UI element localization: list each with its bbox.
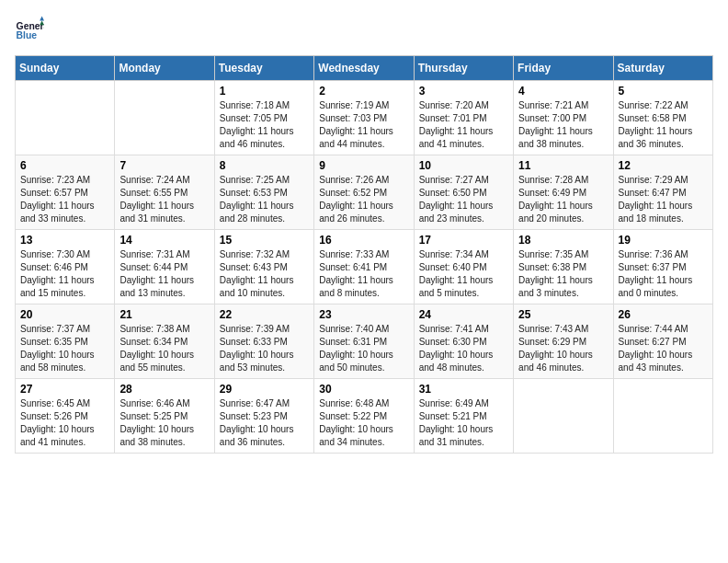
cell-info: Sunrise: 7:21 AMSunset: 7:00 PMDaylight:… <box>518 99 608 151</box>
day-number: 11 <box>518 159 608 172</box>
day-number: 15 <box>220 234 309 247</box>
calendar-cell: 4Sunrise: 7:21 AMSunset: 7:00 PMDaylight… <box>514 81 613 155</box>
calendar-cell: 14Sunrise: 7:31 AMSunset: 6:44 PMDayligh… <box>115 230 214 304</box>
cell-info: Sunrise: 7:26 AMSunset: 6:52 PMDaylight:… <box>319 174 408 225</box>
calendar-cell: 13Sunrise: 7:30 AMSunset: 6:46 PMDayligh… <box>16 230 115 304</box>
day-number: 25 <box>518 308 608 321</box>
calendar-cell: 22Sunrise: 7:39 AMSunset: 6:33 PMDayligh… <box>214 304 313 379</box>
day-number: 12 <box>619 159 708 172</box>
day-number: 28 <box>119 383 209 396</box>
cell-info: Sunrise: 7:43 AMSunset: 6:29 PMDaylight:… <box>518 323 608 374</box>
calendar-cell: 31Sunrise: 6:49 AMSunset: 5:21 PMDayligh… <box>414 379 513 454</box>
cell-info: Sunrise: 7:44 AMSunset: 6:27 PMDaylight:… <box>619 323 708 374</box>
page-header: General Blue <box>15 15 713 44</box>
cell-info: Sunrise: 7:33 AMSunset: 6:41 PMDaylight:… <box>319 248 408 300</box>
calendar-cell: 25Sunrise: 7:43 AMSunset: 6:29 PMDayligh… <box>514 304 613 379</box>
cell-info: Sunrise: 7:19 AMSunset: 7:03 PMDaylight:… <box>319 99 408 151</box>
calendar-cell: 16Sunrise: 7:33 AMSunset: 6:41 PMDayligh… <box>314 230 414 304</box>
cell-info: Sunrise: 7:24 AMSunset: 6:55 PMDaylight:… <box>119 174 209 225</box>
calendar-cell: 23Sunrise: 7:40 AMSunset: 6:31 PMDayligh… <box>314 304 414 379</box>
cell-info: Sunrise: 7:30 AMSunset: 6:46 PMDaylight:… <box>20 248 109 300</box>
day-number: 16 <box>319 234 408 247</box>
calendar-cell: 2Sunrise: 7:19 AMSunset: 7:03 PMDaylight… <box>314 81 414 155</box>
calendar-cell: 18Sunrise: 7:35 AMSunset: 6:38 PMDayligh… <box>514 230 613 304</box>
calendar-cell: 30Sunrise: 6:48 AMSunset: 5:22 PMDayligh… <box>314 379 414 454</box>
day-number: 29 <box>220 383 309 396</box>
logo: General Blue <box>15 15 44 44</box>
calendar-cell: 6Sunrise: 7:23 AMSunset: 6:57 PMDaylight… <box>16 155 115 230</box>
day-number: 5 <box>619 85 708 98</box>
col-header-friday: Friday <box>514 56 613 81</box>
cell-info: Sunrise: 7:18 AMSunset: 7:05 PMDaylight:… <box>220 99 309 151</box>
cell-info: Sunrise: 7:36 AMSunset: 6:37 PMDaylight:… <box>619 248 708 300</box>
cell-info: Sunrise: 7:20 AMSunset: 7:01 PMDaylight:… <box>419 99 508 151</box>
day-number: 3 <box>419 85 508 98</box>
cell-info: Sunrise: 7:25 AMSunset: 6:53 PMDaylight:… <box>220 174 309 225</box>
cell-info: Sunrise: 7:28 AMSunset: 6:49 PMDaylight:… <box>518 174 608 225</box>
calendar-cell: 9Sunrise: 7:26 AMSunset: 6:52 PMDaylight… <box>314 155 414 230</box>
day-number: 22 <box>220 308 309 321</box>
cell-info: Sunrise: 7:23 AMSunset: 6:57 PMDaylight:… <box>20 174 109 225</box>
day-number: 24 <box>419 308 508 321</box>
day-number: 26 <box>619 308 708 321</box>
cell-info: Sunrise: 6:49 AMSunset: 5:21 PMDaylight:… <box>419 397 508 449</box>
day-number: 19 <box>619 234 708 247</box>
cell-info: Sunrise: 7:29 AMSunset: 6:47 PMDaylight:… <box>619 174 708 225</box>
calendar-header-row: SundayMondayTuesdayWednesdayThursdayFrid… <box>16 56 713 81</box>
calendar-cell <box>514 379 613 454</box>
cell-info: Sunrise: 7:32 AMSunset: 6:43 PMDaylight:… <box>220 248 309 300</box>
cell-info: Sunrise: 6:46 AMSunset: 5:25 PMDaylight:… <box>119 397 209 449</box>
calendar-cell: 21Sunrise: 7:38 AMSunset: 6:34 PMDayligh… <box>115 304 214 379</box>
cell-info: Sunrise: 7:35 AMSunset: 6:38 PMDaylight:… <box>518 248 608 300</box>
svg-text:General: General <box>17 21 44 31</box>
cell-info: Sunrise: 6:47 AMSunset: 5:23 PMDaylight:… <box>220 397 309 449</box>
day-number: 27 <box>20 383 109 396</box>
cell-info: Sunrise: 7:38 AMSunset: 6:34 PMDaylight:… <box>119 323 209 374</box>
calendar-cell: 20Sunrise: 7:37 AMSunset: 6:35 PMDayligh… <box>16 304 115 379</box>
calendar-cell: 8Sunrise: 7:25 AMSunset: 6:53 PMDaylight… <box>214 155 313 230</box>
cell-info: Sunrise: 7:22 AMSunset: 6:58 PMDaylight:… <box>619 99 708 151</box>
calendar-cell <box>115 81 214 155</box>
day-number: 7 <box>119 159 209 172</box>
cell-info: Sunrise: 6:45 AMSunset: 5:26 PMDaylight:… <box>20 397 109 449</box>
col-header-wednesday: Wednesday <box>314 56 414 81</box>
cell-info: Sunrise: 7:39 AMSunset: 6:33 PMDaylight:… <box>220 323 309 374</box>
day-number: 21 <box>119 308 209 321</box>
cell-info: Sunrise: 7:27 AMSunset: 6:50 PMDaylight:… <box>419 174 508 225</box>
cell-info: Sunrise: 7:41 AMSunset: 6:30 PMDaylight:… <box>419 323 508 374</box>
day-number: 31 <box>419 383 508 396</box>
calendar-cell: 15Sunrise: 7:32 AMSunset: 6:43 PMDayligh… <box>214 230 313 304</box>
calendar-cell: 28Sunrise: 6:46 AMSunset: 5:25 PMDayligh… <box>115 379 214 454</box>
calendar-cell: 1Sunrise: 7:18 AMSunset: 7:05 PMDaylight… <box>214 81 313 155</box>
day-number: 18 <box>518 234 608 247</box>
cell-info: Sunrise: 7:40 AMSunset: 6:31 PMDaylight:… <box>319 323 408 374</box>
col-header-tuesday: Tuesday <box>214 56 313 81</box>
day-number: 2 <box>319 85 408 98</box>
cell-info: Sunrise: 7:34 AMSunset: 6:40 PMDaylight:… <box>419 248 508 300</box>
calendar-cell: 17Sunrise: 7:34 AMSunset: 6:40 PMDayligh… <box>414 230 513 304</box>
day-number: 13 <box>20 234 109 247</box>
calendar-cell: 26Sunrise: 7:44 AMSunset: 6:27 PMDayligh… <box>613 304 712 379</box>
day-number: 10 <box>419 159 508 172</box>
calendar-cell: 12Sunrise: 7:29 AMSunset: 6:47 PMDayligh… <box>613 155 712 230</box>
calendar-week-2: 6Sunrise: 7:23 AMSunset: 6:57 PMDaylight… <box>16 155 713 230</box>
calendar-cell: 29Sunrise: 6:47 AMSunset: 5:23 PMDayligh… <box>214 379 313 454</box>
calendar-cell: 24Sunrise: 7:41 AMSunset: 6:30 PMDayligh… <box>414 304 513 379</box>
day-number: 17 <box>419 234 508 247</box>
calendar-cell: 10Sunrise: 7:27 AMSunset: 6:50 PMDayligh… <box>414 155 513 230</box>
day-number: 1 <box>220 85 309 98</box>
col-header-monday: Monday <box>115 56 214 81</box>
col-header-sunday: Sunday <box>16 56 115 81</box>
cell-info: Sunrise: 6:48 AMSunset: 5:22 PMDaylight:… <box>319 397 408 449</box>
calendar-week-5: 27Sunrise: 6:45 AMSunset: 5:26 PMDayligh… <box>16 379 713 454</box>
day-number: 6 <box>20 159 109 172</box>
day-number: 23 <box>319 308 408 321</box>
calendar-week-4: 20Sunrise: 7:37 AMSunset: 6:35 PMDayligh… <box>16 304 713 379</box>
calendar-cell: 3Sunrise: 7:20 AMSunset: 7:01 PMDaylight… <box>414 81 513 155</box>
calendar-cell: 19Sunrise: 7:36 AMSunset: 6:37 PMDayligh… <box>613 230 712 304</box>
calendar-cell <box>613 379 712 454</box>
logo-icon: General Blue <box>15 15 44 44</box>
calendar-table: SundayMondayTuesdayWednesdayThursdayFrid… <box>15 55 713 454</box>
svg-marker-2 <box>40 17 44 21</box>
calendar-body: 1Sunrise: 7:18 AMSunset: 7:05 PMDaylight… <box>16 81 713 454</box>
